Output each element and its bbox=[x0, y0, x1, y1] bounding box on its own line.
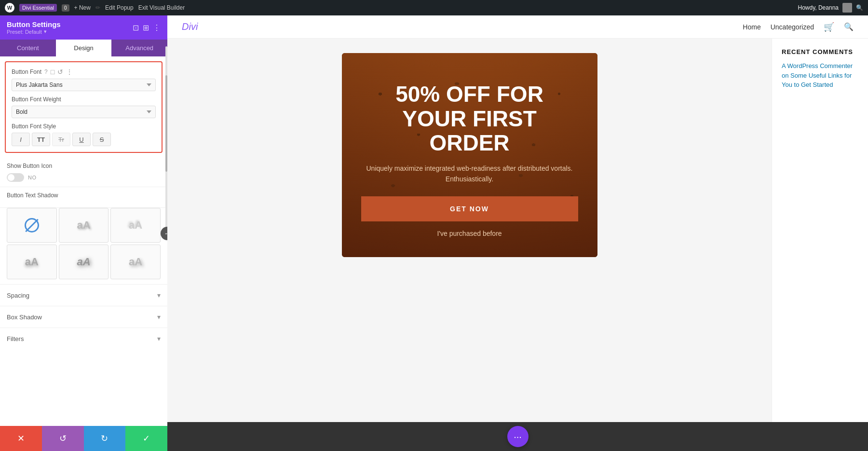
shadow-preview-4: aA bbox=[77, 256, 90, 268]
filters-label: Filters bbox=[7, 335, 24, 342]
sidebar-content: Button Font ? □ ↺ ⋮ Plus Jakarta Sans Bu… bbox=[0, 56, 167, 451]
reset-icon[interactable]: ↺ bbox=[57, 68, 63, 76]
fab-button[interactable]: ··· bbox=[507, 426, 529, 447]
content-center: 50% OFF FOR YOUR FIRST ORDER Uniquely ma… bbox=[167, 39, 772, 422]
recent-comments-title: RECENT COMMENTS bbox=[782, 48, 858, 55]
shadow-option-1[interactable]: aA bbox=[59, 208, 109, 243]
main-content: Divi Home Uncategorized 🛒 🔍 50% OFF FOR … bbox=[167, 15, 868, 451]
shadow-option-2[interactable]: aA bbox=[110, 208, 161, 243]
layout-icon[interactable]: ⊞ bbox=[143, 23, 149, 32]
wp-logo-icon[interactable]: W bbox=[5, 3, 14, 13]
sidebar-header: Button Settings Preset: Default ▾ ⊡ ⊞ ⋮ bbox=[0, 15, 167, 40]
shadow-preview-3: aA bbox=[25, 256, 39, 268]
shadow-preview-5: aA bbox=[129, 256, 142, 268]
show-button-icon-section: Show Button Icon NO bbox=[0, 158, 167, 187]
hero-title: 50% OFF FOR YOUR FIRST ORDER bbox=[361, 82, 578, 155]
box-shadow-chevron-icon: ▾ bbox=[157, 313, 161, 321]
shadow-none[interactable] bbox=[7, 208, 57, 243]
show-icon-toggle[interactable] bbox=[7, 173, 24, 182]
box-shadow-section[interactable]: Box Shadow ▾ bbox=[0, 306, 167, 328]
shadow-option-5[interactable]: aA bbox=[110, 245, 161, 279]
scrollbar[interactable] bbox=[165, 46, 167, 239]
shadow-option-4[interactable]: aA bbox=[59, 245, 109, 279]
font-style-buttons: I TT Tr U S bbox=[12, 133, 156, 146]
shadow-preview-2: aA bbox=[129, 219, 142, 232]
hero-subtitle: Uniquely maximize integrated web-readine… bbox=[361, 163, 578, 185]
edit-popup-link[interactable]: Edit Popup bbox=[105, 4, 134, 11]
undo-button[interactable]: ↺ bbox=[42, 426, 84, 451]
save-button[interactable]: ✓ bbox=[125, 426, 167, 451]
comment-count-badge[interactable]: 0 bbox=[62, 4, 69, 12]
sep: ✏ bbox=[95, 4, 100, 11]
nav-uncategorized[interactable]: Uncategorized bbox=[771, 23, 814, 31]
cart-icon[interactable]: 🛒 bbox=[824, 22, 834, 32]
font-style-label: Button Font Style bbox=[12, 123, 156, 130]
tr-btn[interactable]: Tr bbox=[52, 133, 70, 146]
tab-advanced[interactable]: Advanced bbox=[111, 40, 167, 56]
filters-section[interactable]: Filters ▾ bbox=[0, 328, 167, 349]
search-icon[interactable]: 🔍 bbox=[856, 4, 863, 11]
nav-home[interactable]: Home bbox=[743, 23, 760, 31]
spacing-label: Spacing bbox=[7, 292, 29, 299]
comment-post-link[interactable]: on Some Useful Links for You to Get Star… bbox=[782, 72, 852, 89]
toggle-state-label: NO bbox=[28, 175, 37, 180]
font-select[interactable]: Plus Jakarta Sans bbox=[12, 79, 156, 91]
sidebar-preset[interactable]: Preset: Default ▾ bbox=[7, 28, 61, 35]
admin-bar: W Divi Essential 0 + New ✏ Edit Popup Ex… bbox=[0, 0, 868, 15]
dark-footer: ··· bbox=[167, 422, 868, 451]
hero-background: 50% OFF FOR YOUR FIRST ORDER Uniquely ma… bbox=[342, 53, 597, 257]
button-font-section: Button Font ? □ ↺ ⋮ Plus Jakarta Sans Bu… bbox=[5, 61, 163, 153]
hero-button[interactable]: GET NOW bbox=[361, 196, 578, 221]
underline-btn[interactable]: U bbox=[72, 133, 91, 146]
filters-chevron-icon: ▾ bbox=[157, 335, 161, 342]
howdy-text: Howdy, Deanna bbox=[798, 4, 839, 11]
font-weight-select[interactable]: Bold bbox=[12, 106, 156, 118]
wp-header: Divi Home Uncategorized 🛒 🔍 bbox=[167, 15, 868, 39]
strikethrough-btn[interactable]: S bbox=[93, 133, 111, 146]
show-button-icon-label: Show Button Icon bbox=[7, 163, 161, 169]
shadow-preview-1: aA bbox=[77, 219, 90, 232]
text-shadow-label: Button Text Shadow bbox=[7, 192, 161, 199]
text-shadow-section: Button Text Shadow bbox=[0, 187, 167, 208]
sidebar-title: Button Settings bbox=[7, 20, 61, 28]
avatar bbox=[842, 3, 852, 13]
exit-vb-link[interactable]: Exit Visual Builder bbox=[138, 4, 185, 11]
new-link[interactable]: + New bbox=[74, 4, 91, 11]
hero-link[interactable]: I've purchased before bbox=[437, 230, 502, 237]
sidebar: Button Settings Preset: Default ▾ ⊡ ⊞ ⋮ … bbox=[0, 15, 167, 451]
sidebar-bottom-bar: ✕ ↺ ↻ ✓ bbox=[0, 426, 167, 451]
cancel-button[interactable]: ✕ bbox=[0, 426, 42, 451]
shadow-grid: aA aA aA aA aA bbox=[0, 208, 167, 284]
page-content: 50% OFF FOR YOUR FIRST ORDER Uniquely ma… bbox=[167, 39, 868, 422]
view-icon[interactable]: ⊡ bbox=[133, 23, 139, 32]
font-weight-label: Button Font Weight bbox=[12, 96, 156, 103]
spacing-section[interactable]: Spacing ▾ bbox=[0, 284, 167, 306]
chevron-down-icon: ▾ bbox=[44, 28, 47, 35]
site-logo: Divi bbox=[182, 21, 198, 32]
recent-comment-text: A WordPress Commenter on Some Useful Lin… bbox=[782, 61, 858, 90]
search-icon[interactable]: 🔍 bbox=[844, 22, 854, 31]
right-sidebar: RECENT COMMENTS A WordPress Commenter on… bbox=[772, 39, 868, 422]
spacing-chevron-icon: ▾ bbox=[157, 291, 161, 299]
italic-btn[interactable]: I bbox=[12, 133, 30, 146]
tt-btn[interactable]: TT bbox=[32, 133, 50, 146]
scrollbar-thumb[interactable] bbox=[165, 75, 167, 172]
commenter-link[interactable]: A WordPress Commenter bbox=[782, 62, 853, 69]
device-icon[interactable]: □ bbox=[51, 68, 54, 76]
redo-button[interactable]: ↻ bbox=[84, 426, 126, 451]
divi-essential-badge[interactable]: Divi Essential bbox=[19, 4, 57, 12]
wp-nav: Home Uncategorized 🛒 🔍 bbox=[743, 22, 854, 32]
more-options-icon[interactable]: ⋮ bbox=[66, 68, 73, 76]
tab-content[interactable]: Content bbox=[0, 40, 56, 56]
tab-design[interactable]: Design bbox=[56, 40, 112, 56]
button-font-label: Button Font bbox=[12, 68, 41, 75]
no-shadow-icon bbox=[25, 218, 39, 232]
sidebar-tabs: Content Design Advanced bbox=[0, 40, 167, 56]
help-icon[interactable]: ? bbox=[44, 68, 48, 75]
box-shadow-label: Box Shadow bbox=[7, 314, 42, 321]
hero-section: 50% OFF FOR YOUR FIRST ORDER Uniquely ma… bbox=[342, 53, 597, 257]
more-icon[interactable]: ⋮ bbox=[153, 23, 161, 32]
shadow-option-3[interactable]: aA bbox=[7, 245, 57, 279]
